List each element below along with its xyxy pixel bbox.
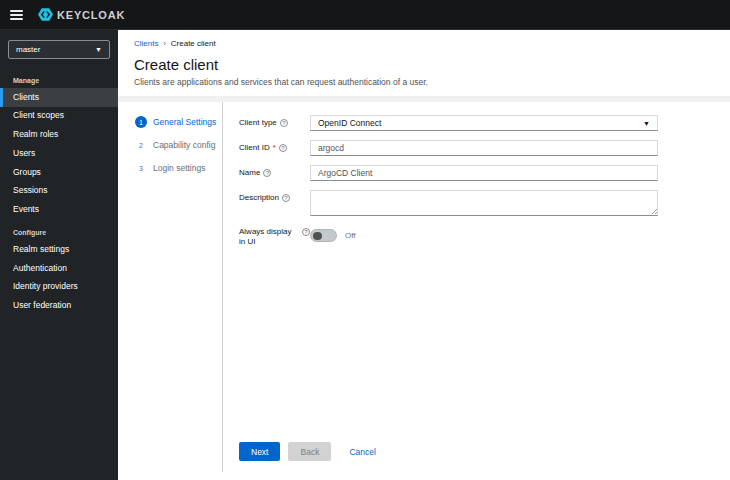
sidebar-item-events[interactable]: Events [0,201,118,220]
main-content: Clients › Create client Create client Cl… [118,30,730,480]
sidebar-item-identity-providers[interactable]: Identity providers [0,278,118,297]
breadcrumb-clients-link[interactable]: Clients [134,39,158,48]
help-icon[interactable]: ? [282,194,290,202]
client-type-value: OpenID Connect [318,118,381,128]
wizard-step-capability-config[interactable]: 2 Capability config [135,139,222,151]
sidebar-item-clients[interactable]: Clients [0,88,118,107]
wizard-form-pane: Client type ? OpenID Connect ▼ Client ID… [222,102,730,472]
sidebar-item-users[interactable]: Users [0,144,118,163]
form-row-client-type: Client type ? OpenID Connect ▼ [239,115,730,131]
breadcrumb: Clients › Create client [134,39,714,48]
sidebar-item-client-scopes[interactable]: Client scopes [0,107,118,126]
sidebar-item-authentication[interactable]: Authentication [0,259,118,278]
step-number: 2 [135,139,147,151]
nav-section-configure: Configure [0,219,118,240]
description-label: Description ? [239,190,310,216]
page-header: Clients › Create client Create client Cl… [118,30,730,96]
form-row-always-display: Always display in UI ? Off [239,225,730,246]
keycloak-brand: KEYCLOAK [38,7,125,22]
form-row-client-id: Client ID * ? [239,140,730,156]
wizard-step-general-settings[interactable]: 1 General Settings [135,116,222,128]
description-textarea[interactable] [310,190,658,216]
top-bar: KEYCLOAK [0,0,730,30]
help-icon[interactable]: ? [280,119,288,127]
back-button[interactable]: Back [288,442,331,461]
name-input[interactable] [310,165,658,181]
toggle-state-label: Off [345,231,356,240]
help-icon[interactable]: ? [279,144,287,152]
realm-selector-value: master [16,45,40,54]
toggle-knob [313,232,322,241]
client-type-select[interactable]: OpenID Connect ▼ [310,115,658,131]
sidebar-item-user-federation[interactable]: User federation [0,297,118,316]
brand-title: KEYCLOAK [57,9,125,21]
client-id-label: Client ID * ? [239,140,310,156]
sidebar-item-realm-settings[interactable]: Realm settings [0,240,118,259]
sidebar: master ▼ Manage Clients Client scopes Re… [0,30,118,480]
required-asterisk: * [273,143,276,153]
realm-selector[interactable]: master ▼ [8,40,110,59]
client-type-label: Client type ? [239,115,310,131]
wizard-step-login-settings[interactable]: 3 Login settings [135,162,222,174]
keycloak-logo-icon [38,7,53,22]
help-icon[interactable]: ? [263,169,271,177]
breadcrumb-separator-icon: › [163,40,165,47]
form-row-description: Description ? [239,190,730,216]
page-title: Create client [134,56,714,73]
wizard-steps-nav: 1 General Settings 2 Capability config 3… [118,102,222,480]
always-display-label: Always display in UI ? [239,225,310,246]
name-label: Name ? [239,165,310,181]
step-number: 3 [135,162,147,174]
form-row-name: Name ? [239,165,730,181]
page-subtitle: Clients are applications and services th… [134,77,714,87]
client-id-input[interactable] [310,140,658,156]
create-client-wizard: 1 General Settings 2 Capability config 3… [118,102,730,480]
wizard-footer: Next Back Cancel [239,442,380,461]
hamburger-icon[interactable] [10,10,23,20]
next-button[interactable]: Next [239,442,280,461]
always-display-toggle[interactable] [310,229,337,242]
sidebar-item-groups[interactable]: Groups [0,163,118,182]
cancel-button[interactable]: Cancel [345,442,379,461]
chevron-down-icon: ▼ [95,46,102,53]
help-icon[interactable]: ? [302,228,310,236]
select-caret-icon: ▼ [643,120,650,127]
nav-section-manage: Manage [0,67,118,88]
breadcrumb-current: Create client [171,39,216,48]
step-number-badge: 1 [135,116,147,128]
sidebar-item-realm-roles[interactable]: Realm roles [0,126,118,145]
sidebar-item-sessions[interactable]: Sessions [0,182,118,201]
